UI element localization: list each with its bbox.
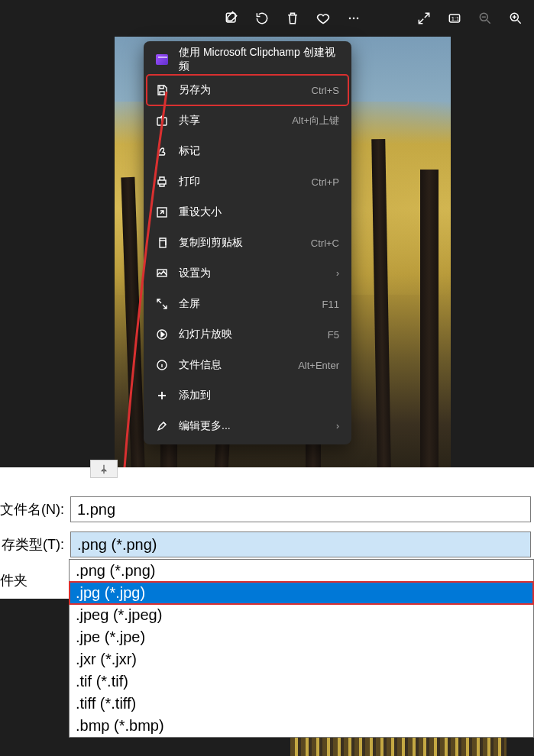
menu-slideshow[interactable]: 幻灯片放映 F5 (147, 319, 348, 350)
svg-point-3 (357, 18, 359, 20)
chevron-right-icon: › (336, 421, 339, 431)
photo-viewer-toolbar: 1:1 (221, 8, 526, 29)
menu-shortcut: Ctrl+P (312, 176, 339, 188)
menu-shortcut: Ctrl+C (311, 237, 339, 249)
svg-point-2 (353, 18, 355, 20)
expand-icon (156, 298, 168, 310)
filetype-option-png[interactable]: .png (*.png) (70, 560, 533, 582)
set-as-icon (156, 267, 168, 279)
clipchamp-icon (156, 53, 168, 66)
menu-save-as[interactable]: 另存为 Ctrl+S (147, 75, 348, 105)
menu-label: 全屏 (179, 297, 322, 311)
thumbnail-strip[interactable] (290, 738, 506, 756)
menu-copy[interactable]: 复制到剪贴板 Ctrl+C (147, 228, 348, 258)
zoom-out-icon[interactable] (474, 8, 496, 29)
filetype-row: 存类型(T): .png (*.png) (0, 527, 534, 562)
menu-print[interactable]: 打印 Ctrl+P (147, 166, 348, 197)
menu-clipchamp[interactable]: 使用 Microsoft Clipchamp 创建视频 (147, 44, 348, 75)
menu-label: 复制到剪贴板 (179, 236, 311, 250)
svg-rect-11 (160, 241, 166, 247)
svg-point-1 (349, 18, 351, 20)
menu-markup[interactable]: 标记 (147, 136, 348, 166)
filetype-option-tif[interactable]: .tif (*.tif) (70, 670, 533, 693)
menu-shortcut: Alt+Enter (298, 360, 339, 371)
resize-icon (156, 206, 168, 218)
favorite-icon[interactable] (312, 8, 334, 29)
menu-label: 幻灯片放映 (179, 328, 328, 341)
menu-label: 另存为 (179, 83, 312, 97)
browse-folder[interactable]: 件夹 (0, 562, 70, 599)
svg-text:1:1: 1:1 (451, 15, 459, 22)
svg-rect-9 (158, 180, 166, 184)
menu-edit-more[interactable]: 编辑更多... › (147, 411, 348, 441)
menu-label: 重设大小 (179, 205, 339, 219)
filename-input[interactable] (70, 496, 531, 522)
menu-label: 打印 (179, 175, 312, 189)
filename-label: 文件名(N): (0, 500, 70, 519)
more-icon[interactable] (343, 8, 364, 29)
plus-icon (156, 389, 168, 402)
menu-resize[interactable]: 重设大小 (147, 197, 348, 228)
filetype-select[interactable]: .png (*.png) (70, 531, 531, 557)
filename-row: 文件名(N): (0, 492, 534, 527)
print-icon (156, 176, 168, 188)
filetype-value: .png (*.png) (77, 536, 157, 554)
share-icon (156, 115, 168, 127)
fullscreen-icon[interactable] (413, 8, 435, 29)
filetype-option-jpe[interactable]: .jpe (*.jpe) (70, 626, 533, 648)
delete-icon[interactable] (282, 8, 303, 29)
edit-more-icon (156, 420, 168, 432)
copy-icon (156, 237, 168, 249)
menu-label: 标记 (179, 144, 339, 158)
filetype-option-tiff[interactable]: .tiff (*.tiff) (70, 693, 533, 715)
menu-share[interactable]: 共享 Alt+向上键 (147, 105, 348, 136)
menu-set-as[interactable]: 设置为 › (147, 258, 348, 289)
context-menu: 使用 Microsoft Clipchamp 创建视频 另存为 Ctrl+S 共… (144, 41, 351, 444)
menu-shortcut: Alt+向上键 (292, 114, 339, 128)
info-icon (156, 359, 168, 371)
menu-label: 使用 Microsoft Clipchamp 创建视频 (179, 46, 339, 73)
menu-file-info[interactable]: 文件信息 Alt+Enter (147, 350, 348, 380)
filetype-dropdown: .png (*.png) .jpg (*.jpg) .jpeg (*.jpeg)… (69, 559, 534, 738)
edit-icon[interactable] (221, 8, 242, 29)
play-icon (156, 328, 168, 341)
zoom-in-icon[interactable] (505, 8, 526, 29)
menu-shortcut: Ctrl+S (312, 85, 339, 96)
menu-label: 文件信息 (179, 358, 298, 372)
filetype-option-bmp[interactable]: .bmp (*.bmp) (70, 715, 533, 737)
menu-add-to[interactable]: 添加到 (147, 380, 348, 411)
actual-size-icon[interactable]: 1:1 (444, 8, 465, 29)
filetype-option-jpg[interactable]: .jpg (*.jpg) (70, 582, 533, 604)
chevron-right-icon: › (336, 268, 339, 279)
filetype-label: 存类型(T): (0, 535, 70, 554)
filetype-option-jpeg[interactable]: .jpeg (*.jpeg) (70, 604, 533, 626)
menu-shortcut: F5 (328, 329, 339, 341)
menu-label: 共享 (179, 114, 292, 128)
menu-label: 添加到 (179, 389, 339, 402)
menu-label: 设置为 (179, 267, 336, 280)
rotate-icon[interactable] (251, 8, 273, 29)
save-as-dialog: 文件名(N): 存类型(T): .png (*.png) 件夹 .png (*.… (0, 467, 534, 599)
menu-label: 编辑更多... (179, 419, 336, 433)
filetype-option-jxr[interactable]: .jxr (*.jxr) (70, 648, 533, 670)
markup-icon (156, 145, 168, 157)
menu-fullscreen[interactable]: 全屏 F11 (147, 289, 348, 319)
menu-shortcut: F11 (322, 299, 339, 310)
save-icon (156, 84, 168, 96)
pin-icon[interactable] (90, 460, 118, 478)
